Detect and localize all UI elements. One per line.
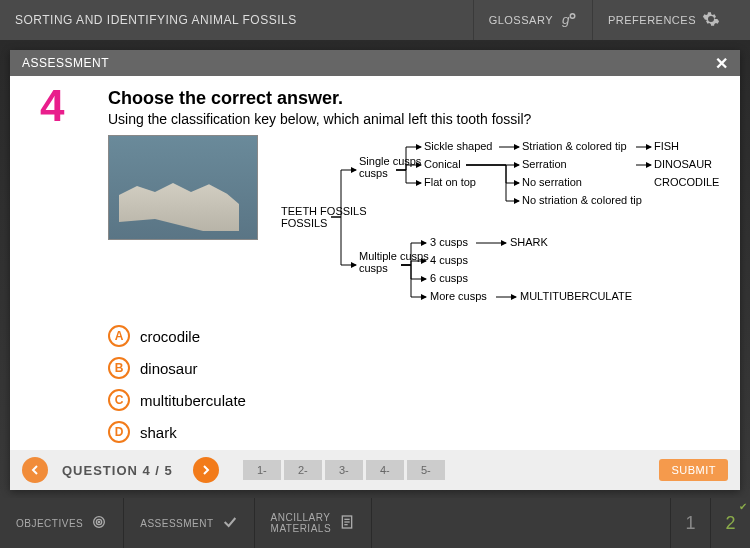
assessment-panel: ASSESSMENT ✕ 4 Choose the correct answer… [10, 50, 740, 490]
question-subtitle: Using the classification key below, whic… [108, 111, 722, 127]
svg-text:DINOSAUR: DINOSAUR [654, 158, 712, 170]
answer-bubble[interactable]: B [108, 357, 130, 379]
svg-text:6 cusps: 6 cusps [430, 272, 468, 284]
fossil-image [108, 135, 258, 240]
svg-text:More cusps: More cusps [430, 290, 487, 302]
panel-header-label: ASSESSMENT [22, 56, 109, 70]
svg-text:MULTITUBERCULATE: MULTITUBERCULATE [520, 290, 632, 302]
svg-text:Conical: Conical [424, 158, 461, 170]
question-number: 4 [40, 81, 64, 131]
tab-assessment[interactable]: ASSESSMENT [124, 498, 254, 548]
panel-header: ASSESSMENT ✕ [10, 50, 740, 76]
course-title: SORTING AND IDENTIFYING ANIMAL FOSSILS [15, 13, 473, 27]
svg-point-25 [99, 521, 100, 522]
question-box-2[interactable]: 2- [284, 460, 322, 480]
svg-text:4 cusps: 4 cusps [430, 254, 468, 266]
answer-option-a[interactable]: A crocodile [108, 325, 722, 347]
panel-body: 4 Choose the correct answer. Using the c… [10, 76, 740, 450]
tab-objectives[interactable]: OBJECTIVES [0, 498, 124, 548]
answer-text: multituberculate [140, 392, 246, 409]
bottom-bar: OBJECTIVES ASSESSMENT ANCILLARYMATERIALS… [0, 498, 750, 548]
svg-text:Flat on top: Flat on top [424, 176, 476, 188]
svg-text:g: g [562, 12, 570, 27]
close-icon[interactable]: ✕ [715, 54, 729, 73]
answer-bubble[interactable]: A [108, 325, 130, 347]
question-box-3[interactable]: 3- [325, 460, 363, 480]
chevron-right-icon [201, 465, 211, 475]
svg-text:FOSSILS: FOSSILS [281, 217, 327, 229]
document-icon [339, 514, 355, 532]
svg-point-1 [570, 14, 575, 19]
question-boxes: 1- 2- 3- 4- 5- [243, 460, 445, 480]
question-title: Choose the correct answer. [108, 88, 722, 109]
classification-key-diagram: TEETH FOSSILS FOSSILS Single cusps cusps… [270, 135, 722, 315]
check-icon: ✔ [739, 501, 747, 512]
answer-text: crocodile [140, 328, 200, 345]
tab-label: ASSESSMENT [140, 518, 213, 529]
tab-label: OBJECTIVES [16, 518, 83, 529]
svg-text:No serration: No serration [522, 176, 582, 188]
preferences-button[interactable]: PREFERENCES [592, 0, 735, 40]
preferences-label: PREFERENCES [608, 14, 696, 26]
answer-option-c[interactable]: C multituberculate [108, 389, 722, 411]
glossary-label: GLOSSARY [489, 14, 553, 26]
question-box-4[interactable]: 4- [366, 460, 404, 480]
svg-text:Multiple cusps: Multiple cusps [359, 250, 429, 262]
svg-text:Serration: Serration [522, 158, 567, 170]
answer-list: A crocodile B dinosaur C multituberculat… [108, 325, 722, 443]
question-box-1[interactable]: 1- [243, 460, 281, 480]
answer-text: dinosaur [140, 360, 198, 377]
svg-text:No striation & colored tip: No striation & colored tip [522, 194, 642, 206]
glossary-button[interactable]: GLOSSARY g [473, 0, 592, 40]
answer-bubble[interactable]: C [108, 389, 130, 411]
answer-text: shark [140, 424, 177, 441]
prev-button[interactable] [22, 457, 48, 483]
next-button[interactable] [193, 457, 219, 483]
answer-bubble[interactable]: D [108, 421, 130, 443]
question-box-5[interactable]: 5- [407, 460, 445, 480]
check-icon [222, 514, 238, 532]
panel-footer: QUESTION 4 / 5 1- 2- 3- 4- 5- SUBMIT [10, 450, 740, 490]
svg-text:cusps: cusps [359, 167, 388, 179]
chevron-left-icon [30, 465, 40, 475]
glossary-icon: g [559, 10, 577, 30]
svg-text:3 cusps: 3 cusps [430, 236, 468, 248]
top-bar: SORTING AND IDENTIFYING ANIMAL FOSSILS G… [0, 0, 750, 40]
gear-icon [702, 10, 720, 30]
page-2[interactable]: ✔ 2 [710, 498, 750, 548]
pager: 1 ✔ 2 [670, 498, 750, 548]
submit-button[interactable]: SUBMIT [659, 459, 728, 481]
key-root: TEETH FOSSILS [281, 205, 367, 217]
svg-text:FISH: FISH [654, 140, 679, 152]
answer-option-b[interactable]: B dinosaur [108, 357, 722, 379]
tab-ancillary[interactable]: ANCILLARYMATERIALS [255, 498, 372, 548]
svg-text:Striation & colored tip: Striation & colored tip [522, 140, 627, 152]
svg-text:cusps: cusps [359, 262, 388, 274]
answer-option-d[interactable]: D shark [108, 421, 722, 443]
target-icon [91, 514, 107, 532]
svg-text:CROCODILE: CROCODILE [654, 176, 719, 188]
svg-text:Sickle shaped: Sickle shaped [424, 140, 493, 152]
page-1[interactable]: 1 [670, 498, 710, 548]
svg-text:SHARK: SHARK [510, 236, 549, 248]
tab-label: ANCILLARYMATERIALS [271, 512, 331, 534]
question-counter: QUESTION 4 / 5 [62, 463, 173, 478]
